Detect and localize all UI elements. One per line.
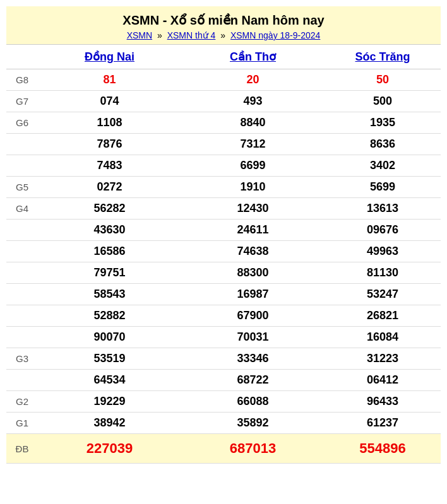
table-row: G6110888401935 [6,112,441,134]
cell-cantho: 74638 [181,241,325,262]
col-header-soctrang[interactable]: Sóc Trăng [325,45,441,69]
cell-dongnai: 38942 [38,413,181,434]
table-body: G8812050G7074493500G61108884019357876731… [6,69,441,464]
cell-cantho: 20 [181,69,325,91]
cell-soctrang: 500 [325,91,441,112]
cell-soctrang: 554896 [325,434,441,464]
cell-dongnai: 074 [38,91,181,112]
cell-dongnai: 81 [38,69,181,91]
prize-label: G3 [6,348,38,370]
cell-cantho: 88300 [181,262,325,284]
col-header-dongnai[interactable]: Đồng Nai [38,45,181,69]
cell-cantho: 493 [181,91,325,112]
cell-soctrang: 3402 [325,155,441,177]
table-row: 528826790026821 [6,305,441,327]
prize-label [6,155,38,177]
prize-label [6,220,38,241]
cell-cantho: 67900 [181,305,325,327]
cell-dongnai: 79751 [38,262,181,284]
cell-soctrang: 5699 [325,177,441,198]
cell-dongnai: 52882 [38,305,181,327]
cell-dongnai: 19229 [38,391,181,413]
table-row: G7074493500 [6,91,441,112]
nav-xsmn-thu4[interactable]: XSMN thứ 4 [167,30,216,40]
sep1: » [157,30,162,40]
cell-soctrang: 96433 [325,391,441,413]
table-row: 436302461109676 [6,220,441,241]
main-container: XSMN - Xổ số miền Nam hôm nay XSMN » XSM… [6,6,441,464]
table-row: G1389423589261237 [6,413,441,434]
prize-label [6,262,38,284]
cell-cantho: 33346 [181,348,325,370]
cell-dongnai: 64534 [38,370,181,391]
table-row: G3535193334631223 [6,348,441,370]
prize-label [6,241,38,262]
table-row: 585431698753247 [6,284,441,305]
nav-xsmn[interactable]: XSMN [127,30,152,40]
cell-dongnai: 53519 [38,348,181,370]
cell-cantho: 16987 [181,284,325,305]
page-title: XSMN - Xổ số miền Nam hôm nay [6,13,441,28]
cell-soctrang: 1935 [325,112,441,134]
prize-label: G4 [6,198,38,220]
cell-dongnai: 227039 [38,434,181,464]
cell-soctrang: 13613 [325,198,441,220]
prize-label: G6 [6,112,38,134]
cell-soctrang: 31223 [325,348,441,370]
cell-dongnai: 58543 [38,284,181,305]
table-row: 748366993402 [6,155,441,177]
cell-soctrang: 49963 [325,241,441,262]
nav-xsmn-date[interactable]: XSMN ngày 18-9-2024 [230,30,320,40]
cell-soctrang: 09676 [325,220,441,241]
cell-cantho: 35892 [181,413,325,434]
cell-dongnai: 43630 [38,220,181,241]
prize-label [6,327,38,348]
cell-dongnai: 56282 [38,198,181,220]
prize-label: G7 [6,91,38,112]
cell-cantho: 7312 [181,134,325,155]
cell-cantho: 1910 [181,177,325,198]
prize-label: G8 [6,69,38,91]
table-row: G2192296608896433 [6,391,441,413]
table-header-row: Đồng Nai Cần Thơ Sóc Trăng [6,45,441,69]
cell-dongnai: 90070 [38,327,181,348]
cell-dongnai: 1108 [38,112,181,134]
cell-soctrang: 81130 [325,262,441,284]
cell-soctrang: 50 [325,69,441,91]
sep2: » [220,30,225,40]
table-row: 787673128636 [6,134,441,155]
cell-cantho: 6699 [181,155,325,177]
table-row: G8812050 [6,69,441,91]
cell-soctrang: 26821 [325,305,441,327]
cell-soctrang: 53247 [325,284,441,305]
cell-dongnai: 7876 [38,134,181,155]
cell-cantho: 66088 [181,391,325,413]
prize-label: G2 [6,391,38,413]
prize-label [6,370,38,391]
cell-cantho: 68722 [181,370,325,391]
cell-soctrang: 06412 [325,370,441,391]
cell-cantho: 687013 [181,434,325,464]
cell-cantho: 70031 [181,327,325,348]
cell-dongnai: 0272 [38,177,181,198]
cell-dongnai: 7483 [38,155,181,177]
table-row: G4562821243013613 [6,198,441,220]
col-header-label [6,45,38,69]
table-row: ĐB227039687013554896 [6,434,441,464]
lottery-table: Đồng Nai Cần Thơ Sóc Trăng G8812050G7074… [6,45,441,464]
cell-dongnai: 16586 [38,241,181,262]
cell-soctrang: 8636 [325,134,441,155]
prize-label [6,305,38,327]
cell-soctrang: 16084 [325,327,441,348]
prize-label: G5 [6,177,38,198]
breadcrumb: XSMN » XSMN thứ 4 » XSMN ngày 18-9-2024 [6,30,441,40]
table-row: 900707003116084 [6,327,441,348]
cell-cantho: 24611 [181,220,325,241]
prize-label: G1 [6,413,38,434]
table-row: 645346872206412 [6,370,441,391]
prize-label [6,284,38,305]
prize-label [6,134,38,155]
col-header-cantho[interactable]: Cần Thơ [181,45,325,69]
cell-cantho: 8840 [181,112,325,134]
table-row: G5027219105699 [6,177,441,198]
